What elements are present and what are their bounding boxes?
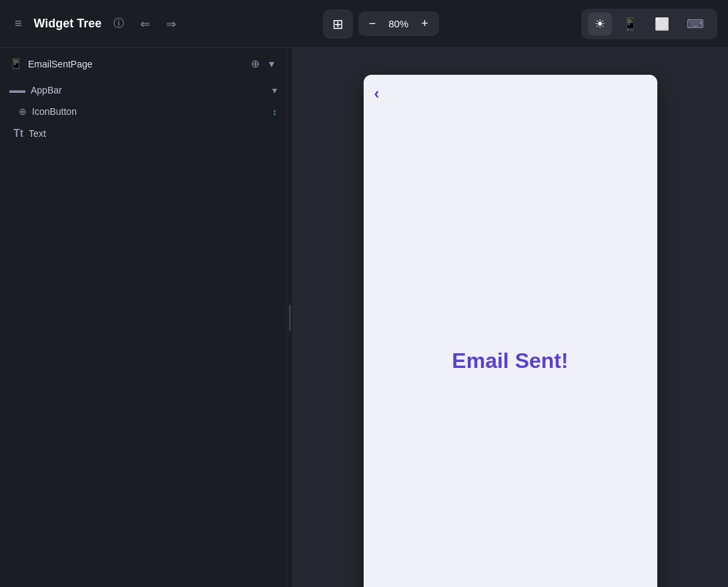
email-sent-text: Email Sent!	[452, 349, 568, 373]
text-label: Text	[29, 128, 46, 139]
chevron-down-icon: ▾	[269, 58, 274, 69]
text-type-icon: Tt	[13, 128, 23, 140]
magic-layout-button[interactable]: ⊞	[323, 9, 353, 39]
collapse-all-button[interactable]: ⇐	[136, 13, 154, 35]
zoom-minus-icon: −	[369, 17, 376, 30]
appbar-icon: ▬▬	[9, 85, 25, 95]
row-actions: ⊕ ▾	[248, 55, 277, 73]
zoom-out-button[interactable]: −	[364, 14, 382, 33]
phone-appbar: ‹	[364, 75, 657, 112]
info-button[interactable]: ⓘ	[109, 13, 128, 35]
page-name-label: EmailSentPage	[28, 59, 93, 69]
icon-button-badge: ↕	[273, 107, 278, 117]
appbar-label: AppBar	[31, 85, 62, 95]
tablet-view-button[interactable]: ⬜	[648, 13, 676, 35]
toolbar-left: ≡ Widget Tree ⓘ ⇐ ⇒	[11, 13, 180, 35]
add-icon: ⊕	[251, 58, 260, 69]
icon-button-label: IconButton	[32, 106, 77, 117]
text-item-row[interactable]: Tt Text	[0, 122, 286, 145]
zoom-plus-icon: +	[421, 17, 428, 30]
appbar-expand-icon: ▾	[272, 85, 277, 95]
list-icon: ≡	[15, 17, 22, 31]
phone-content: Email Sent!	[364, 112, 657, 587]
zoom-in-button[interactable]: +	[416, 14, 434, 33]
magic-icon: ⊞	[332, 16, 344, 32]
icon-button-row[interactable]: ⊕ IconButton ↕	[0, 101, 286, 122]
phone-icon: 📱	[623, 17, 637, 31]
main-area: 📱 EmailSentPage ⊕ ▾ ▬▬ AppBar ▾ ⊕ IconBu…	[0, 48, 728, 587]
toolbar-center: ⊞ − 80% +	[323, 9, 439, 39]
light-mode-button[interactable]: ☀	[588, 13, 612, 35]
expand-all-button[interactable]: ⇒	[162, 13, 180, 35]
resize-handle[interactable]	[287, 48, 292, 587]
resize-bar	[289, 305, 291, 331]
preview-area: ↖ ‹ Email Sent!	[292, 48, 728, 587]
tablet-icon: ⬜	[655, 17, 669, 31]
device-icon: 📱	[9, 57, 23, 70]
sun-icon: ☀	[595, 17, 605, 31]
add-widget-button[interactable]: ⊕	[248, 55, 262, 73]
back-chevron-icon: ‹	[374, 84, 380, 103]
toolbar-right: ☀ 📱 ⬜ ⌨	[581, 9, 717, 39]
email-sent-page-row[interactable]: 📱 EmailSentPage ⊕ ▾	[0, 48, 286, 79]
zoom-value: 80%	[384, 18, 413, 29]
appbar-row[interactable]: ▬▬ AppBar ▾	[0, 79, 286, 101]
collapse-icon: ⇐	[140, 17, 150, 31]
phone-frame: ‹ Email Sent!	[364, 75, 657, 587]
plus-circle-icon: ⊕	[19, 106, 27, 117]
phone-view-button[interactable]: 📱	[616, 13, 644, 35]
toolbar-title: Widget Tree	[34, 17, 102, 31]
keyboard-icon: ⌨	[687, 17, 704, 31]
expand-icon: ⇒	[166, 17, 176, 31]
list-icon-button[interactable]: ≡	[11, 13, 26, 35]
zoom-control: − 80% +	[358, 11, 439, 36]
keyboard-button[interactable]: ⌨	[680, 13, 711, 35]
top-toolbar: ≡ Widget Tree ⓘ ⇐ ⇒ ⊞ − 80% + ☀	[0, 0, 728, 48]
page-dropdown-button[interactable]: ▾	[266, 55, 277, 73]
left-panel: 📱 EmailSentPage ⊕ ▾ ▬▬ AppBar ▾ ⊕ IconBu…	[0, 48, 287, 587]
info-icon: ⓘ	[113, 17, 124, 31]
